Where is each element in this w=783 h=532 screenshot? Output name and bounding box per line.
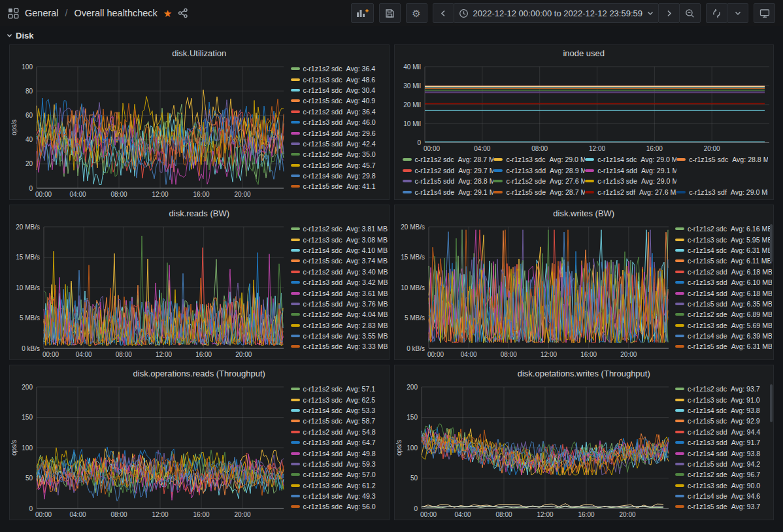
legend-item-c-r1z1s4-sdc[interactable]: c-r1z1s4 sdc Avg: 6.31 MB/s <box>675 245 772 256</box>
panel-title[interactable]: disk.Utilization <box>10 45 389 61</box>
legend-scrollbar[interactable] <box>770 224 773 262</box>
legend-item-c-r1z1s5-sdc[interactable]: c-r1z1s5 sdc Avg: 6.11 MB/s <box>675 256 772 266</box>
legend-item-c-r1z1s4-sde[interactable]: c-r1z1s4 sde Avg: 3.55 MB/s <box>291 331 388 341</box>
legend-item-c-r1z1s5-sdc[interactable]: c-r1z1s5 sdc Avg: 28.8 Mil <box>676 154 768 165</box>
legend-item-c-r1z1s5-sdc[interactable]: c-r1z1s5 sdc Avg: 40.9 <box>291 95 388 106</box>
legend-item-c-r1z1s5-sdd[interactable]: c-r1z1s5 sdd Avg: 28.8 Mil <box>403 176 494 186</box>
legend-item-c-r1z1s2-sde[interactable]: c-r1z1s2 sde Avg: 4.04 MB/s <box>291 309 388 320</box>
legend-item-c-r1z1s3-sdd[interactable]: c-r1z1s3 sdd Avg: 28.9 Mil <box>493 165 585 176</box>
legend-item-c-r1z1s2-sde[interactable]: c-r1z1s2 sde Avg: 6.89 MB/s <box>675 309 772 320</box>
chart-area[interactable]: 05010015020000:0004:0008:0012:0016:0020:… <box>10 382 288 520</box>
legend-item-c-r1z1s3-sdg[interactable]: c-r1z1s3 sdg Avg: 28.7 Mil <box>676 197 768 199</box>
legend-item-c-r1z1s2-sdd[interactable]: c-r1z1s2 sdd Avg: 3.40 MB/s <box>291 267 388 277</box>
legend-item-c-r1z1s5-sdd[interactable]: c-r1z1s5 sdd Avg: 3.76 MB/s <box>291 299 388 309</box>
legend-item-c-r1z1s2-sde[interactable]: c-r1z1s2 sde Avg: 35.0 <box>291 149 388 159</box>
legend-item-c-r1z1s3-sde[interactable]: c-r1z1s3 sde Avg: 2.83 MB/s <box>291 320 388 331</box>
add-panel-button[interactable] <box>351 3 374 23</box>
legend-item-c-r1z1s5-sdd[interactable]: c-r1z1s5 sdd Avg: 59.3 <box>291 459 388 469</box>
legend-item-c-r1z1s3-sde[interactable]: c-r1z1s3 sde Avg: 29.0 Mil <box>585 176 676 186</box>
legend-item-c-r1z1s3-sdc[interactable]: c-r1z1s3 sdc Avg: 91.0 <box>675 394 772 405</box>
dashboard-settings-button[interactable]: ⚙ <box>406 3 427 23</box>
share-icon[interactable] <box>178 8 188 18</box>
legend-item-c-r1z1s3-sdc[interactable]: c-r1z1s3 sdc Avg: 62.5 <box>291 394 388 405</box>
legend-item-c-r1z1s5-sde[interactable]: c-r1z1s5 sde Avg: 6.31 MB/s <box>675 341 772 352</box>
legend-item-c-r1z1s2-sde[interactable]: c-r1z1s2 sde Avg: 27.6 Mil <box>493 176 585 186</box>
legend-item-c-r1z1s5-sdc[interactable]: c-r1z1s5 sdc Avg: 92.9 <box>675 416 772 426</box>
breadcrumb-group[interactable]: General <box>25 8 59 18</box>
row-header-disk[interactable]: Disk <box>7 31 783 41</box>
legend-item-c-r1z1s4-sdd[interactable]: c-r1z1s4 sdd Avg: 49.8 <box>291 448 388 458</box>
cycle-view-mode-button[interactable] <box>754 3 775 23</box>
legend-item-c-r1z1s2-sde[interactable]: c-r1z1s2 sde Avg: 96.7 <box>675 469 772 480</box>
legend-item-c-r1z1s4-sdc[interactable]: c-r1z1s4 sdc Avg: 30.4 <box>291 85 388 95</box>
legend-item-c-r1z1s3-sdd[interactable]: c-r1z1s3 sdd Avg: 46.0 <box>291 117 388 127</box>
legend-item-c-r1z1s5-sdd[interactable]: c-r1z1s5 sdd Avg: 6.35 MB/s <box>675 299 772 309</box>
legend-item-c-r1z1s3-sdd[interactable]: c-r1z1s3 sdd Avg: 6.10 MB/s <box>675 277 772 288</box>
legend-item-c-r1z1s3-sde[interactable]: c-r1z1s3 sde Avg: 90.0 <box>675 480 772 491</box>
panel-title[interactable]: inode used <box>395 45 774 61</box>
dashboard-grid-icon[interactable] <box>8 8 19 19</box>
legend-item-c-r1z1s5-sdc[interactable]: c-r1z1s5 sdc Avg: 58.7 <box>291 416 388 426</box>
legend-item-c-r1z1s4-sdc[interactable]: c-r1z1s4 sdc Avg: 93.8 <box>675 405 772 416</box>
legend-item-c-r1z1s2-sdc[interactable]: c-r1z1s2 sdc Avg: 93.7 <box>675 384 772 394</box>
legend-item-c-r1z1s3-sdd[interactable]: c-r1z1s3 sdd Avg: 91.7 <box>675 437 772 448</box>
legend-item-c-r1z1s2-sdf[interactable]: c-r1z1s2 sdf Avg: 27.6 Mil <box>585 187 676 197</box>
legend-item-c-r1z1s3-sdc[interactable]: c-r1z1s3 sdc Avg: 48.6 <box>291 74 388 84</box>
legend-item-c-r1z1s2-sdd[interactable]: c-r1z1s2 sdd Avg: 29.7 Mil <box>403 165 494 176</box>
legend-item-c-r1z1s2-sdd[interactable]: c-r1z1s2 sdd Avg: 94.4 <box>675 427 772 437</box>
refresh-interval-button[interactable] <box>727 3 748 23</box>
legend-item-c-r1z1s2-sdd[interactable]: c-r1z1s2 sdd Avg: 54.8 <box>291 427 388 437</box>
legend-item-c-r1z1s5-sdd[interactable]: c-r1z1s5 sdd Avg: 94.2 <box>675 459 772 469</box>
legend-item-c-r1z1s4-sde[interactable]: c-r1z1s4 sde Avg: 29.8 <box>291 171 388 181</box>
legend-item-c-r1z1s2-sdd[interactable]: c-r1z1s2 sdd Avg: 36.4 <box>291 107 388 117</box>
panel-title[interactable]: disk.reads (BW) <box>10 205 389 222</box>
legend-item-c-r1z1s3-sdc[interactable]: c-r1z1s3 sdc Avg: 29.0 Mil <box>493 154 585 165</box>
legend-item-c-r1z1s3-sde[interactable]: c-r1z1s3 sde Avg: 5.69 MB/s <box>675 320 772 331</box>
legend-item-c-r1z1s2-sdc[interactable]: c-r1z1s2 sdc Avg: 3.81 MB/s <box>291 224 388 234</box>
legend-item-c-r1z1s4-sde[interactable]: c-r1z1s4 sde Avg: 94.6 <box>675 491 772 501</box>
legend-item-c-r1z1s5-sde[interactable]: c-r1z1s5 sde Avg: 56.0 <box>291 501 388 512</box>
legend-item-c-r1z1s5-sde[interactable]: c-r1z1s5 sde Avg: 41.1 <box>291 181 388 191</box>
legend-item-c-r1z1s4-sde[interactable]: c-r1z1s4 sde Avg: 49.3 <box>291 491 388 501</box>
legend-item-c-r1z1s4-sdc[interactable]: c-r1z1s4 sdc Avg: 4.10 MB/s <box>291 245 388 256</box>
chart-area[interactable]: 010 Mil20 Mil30 Mil40 Mil00:0004:0008:00… <box>395 61 774 154</box>
legend-item-c-r1z1s4-sdd[interactable]: c-r1z1s4 sdd Avg: 6.18 MB/s <box>675 288 772 298</box>
legend-item-c-r1z1s5-sde[interactable]: c-r1z1s5 sde Avg: 3.33 MB/s <box>291 341 388 352</box>
legend-item-c-r1z1s2-sdc[interactable]: c-r1z1s2 sdc Avg: 28.7 Mil <box>403 154 494 165</box>
legend-item-c-r1z1s2-sdc[interactable]: c-r1z1s2 sdc Avg: 6.16 MB/s <box>675 224 772 234</box>
chart-area[interactable]: 05010015020000:0004:0008:0012:0016:0020:… <box>395 382 673 520</box>
legend-item-c-r1z1s3-sdd[interactable]: c-r1z1s3 sdd Avg: 64.7 <box>291 437 388 448</box>
legend-item-c-r1z1s4-sdf[interactable]: c-r1z1s4 sdf Avg: 29.0 Mil <box>403 197 494 199</box>
panel-title[interactable]: disk.writes (BW) <box>395 205 774 222</box>
legend-item-c-r1z1s3-sde[interactable]: c-r1z1s3 sde Avg: 45.7 <box>291 160 388 171</box>
legend-item-c-r1z1s5-sdf[interactable]: c-r1z1s5 sdf Avg: 28.9 Mil <box>493 197 585 199</box>
legend-item-c-r1z1s5-sdc[interactable]: c-r1z1s5 sdc Avg: 3.74 MB/s <box>291 256 388 266</box>
time-range-back-button[interactable] <box>433 3 454 23</box>
chart-area[interactable]: 02040608010000:0004:0008:0012:0016:0020:… <box>10 61 288 199</box>
legend-item-c-r1z1s2-sdd[interactable]: c-r1z1s2 sdd Avg: 6.18 MB/s <box>675 267 772 277</box>
chart-area[interactable]: 0 kB/s5 MB/s10 MB/s15 MB/s20 MB/s00:0004… <box>10 222 288 359</box>
legend-item-c-r1z1s4-sdc[interactable]: c-r1z1s4 sdc Avg: 29.0 Mil <box>585 154 676 165</box>
chart-area[interactable]: 0 kB/s5 MB/s10 MB/s15 MB/s20 MB/s00:0004… <box>395 222 673 359</box>
time-range-forward-button[interactable] <box>658 3 680 23</box>
legend-item-c-r1z1s2-sde[interactable]: c-r1z1s2 sde Avg: 57.0 <box>291 469 388 480</box>
legend-item-c-r1z1s4-sde[interactable]: c-r1z1s4 sde Avg: 6.39 MB/s <box>675 331 772 341</box>
legend-item-c-r1z1s2-sdg[interactable]: c-r1z1s2 sdg Avg: 29.4 Mil <box>585 197 676 199</box>
legend-item-c-r1z1s2-sdc[interactable]: c-r1z1s2 sdc Avg: 57.1 <box>291 384 388 394</box>
legend-item-c-r1z1s4-sdd[interactable]: c-r1z1s4 sdd Avg: 29.1 Mil <box>585 165 676 176</box>
refresh-button[interactable] <box>706 3 727 23</box>
legend-item-c-r1z1s5-sdd[interactable]: c-r1z1s5 sdd Avg: 42.4 <box>291 139 388 149</box>
legend-scrollbar[interactable] <box>770 384 773 422</box>
legend-item-c-r1z1s3-sdc[interactable]: c-r1z1s3 sdc Avg: 3.08 MB/s <box>291 234 388 244</box>
legend-item-c-r1z1s5-sde[interactable]: c-r1z1s5 sde Avg: 28.7 Mil <box>493 187 585 197</box>
legend-item-c-r1z1s4-sde[interactable]: c-r1z1s4 sde Avg: 29.1 Mil <box>403 187 494 197</box>
legend-item-c-r1z1s4-sdd[interactable]: c-r1z1s4 sdd Avg: 93.8 <box>675 448 772 458</box>
legend-item-c-r1z1s3-sdd[interactable]: c-r1z1s3 sdd Avg: 3.42 MB/s <box>291 277 388 288</box>
save-dashboard-button[interactable] <box>379 3 401 23</box>
star-icon[interactable]: ★ <box>163 8 172 18</box>
time-range-picker[interactable]: 2022-12-12 00:00:00 to 2022-12-12 23:59:… <box>454 3 659 23</box>
legend-item-c-r1z1s5-sde[interactable]: c-r1z1s5 sde Avg: 93.7 <box>675 501 772 512</box>
legend-item-c-r1z1s2-sdc[interactable]: c-r1z1s2 sdc Avg: 36.4 <box>291 63 388 74</box>
legend-item-c-r1z1s3-sde[interactable]: c-r1z1s3 sde Avg: 61.2 <box>291 480 388 491</box>
legend-item-c-r1z1s4-sdc[interactable]: c-r1z1s4 sdc Avg: 53.3 <box>291 405 388 416</box>
